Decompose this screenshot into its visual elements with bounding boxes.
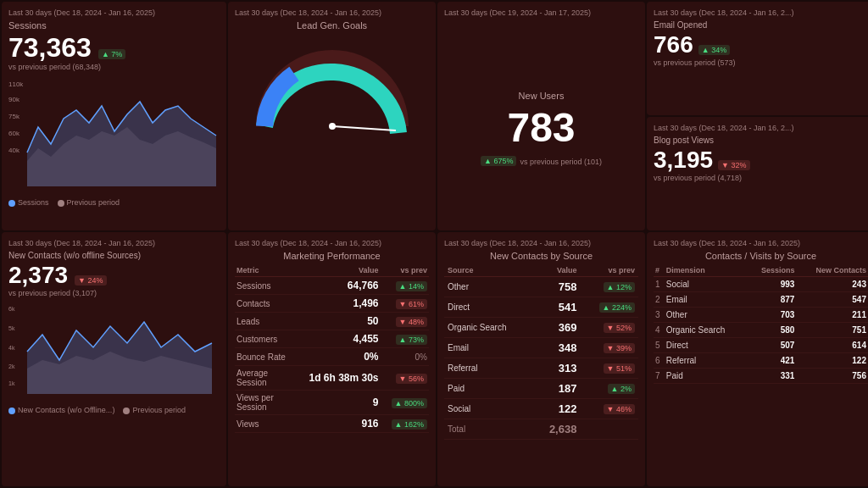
email-title: Email Opened (654, 20, 868, 30)
leadgen-period: Last 30 days (Dec 18, 2024 - Jan 16, 202… (235, 8, 429, 17)
cv-dim: Email (665, 292, 748, 308)
gauge-chart: 31 614.55% 3364 (235, 37, 429, 139)
mp-change: ▲ 14% (381, 277, 429, 295)
contacts-source-title: New Contacts by Source (444, 251, 638, 261)
mp-header-metric: Metric (235, 264, 290, 277)
svg-text:110k: 110k (8, 80, 24, 88)
new-contacts-legend: New Contacts (w/o Offline...) Previous p… (8, 406, 220, 414)
cv-sessions: 993 (748, 277, 797, 292)
blog-title: Blog post Views (654, 136, 868, 145)
sessions-legend: Sessions Previous period (8, 198, 220, 207)
new-contacts-change: ▼ 24% (75, 275, 106, 286)
table-row: Leads 50 ▼ 48% (235, 313, 429, 330)
cv-contacts: 211 (796, 308, 868, 323)
ncs-total-value: 2,638 (533, 419, 580, 440)
ncs-header-source: Source (444, 264, 533, 277)
leadgen-title: Lead Gen. Goals (235, 20, 429, 30)
sessions-chart: 110k 90k 75k 60k 40k (8, 76, 220, 195)
cv-contacts: 243 (796, 277, 868, 292)
table-row: Other 758 ▲ 12% (444, 277, 638, 297)
svg-text:1k: 1k (8, 380, 15, 386)
ncs-change: ▲ 224% (580, 297, 638, 318)
cv-contacts: 756 (796, 369, 868, 384)
svg-text:60k: 60k (8, 130, 20, 137)
svg-text:75k: 75k (8, 113, 20, 120)
mp-value: 9 (290, 391, 381, 415)
cv-contacts: 122 (796, 353, 868, 369)
sessions-card: Last 30 days (Dec 18, 2024 - Jan 16, 202… (2, 2, 226, 230)
mp-value: 50 (290, 313, 381, 330)
newusers-center: New Users 783 ▲ 675% vs previous period … (444, 20, 638, 230)
svg-text:6k: 6k (8, 306, 15, 312)
cv-dim: Referral (665, 353, 748, 369)
visits-period: Last 30 days (Dec 18, 2024 - Jan 16, 202… (654, 239, 868, 247)
ncs-change: ▼ 52% (580, 318, 638, 338)
table-row: Customers 4,455 ▲ 73% (235, 330, 429, 348)
cv-sessions: 331 (748, 369, 797, 384)
newusers-card: Last 30 days (Dec 19, 2024 - Jan 17, 202… (437, 2, 645, 230)
mp-metric: Views (235, 415, 290, 433)
blog-card: Last 30 days (Dec 18, 2024 - Jan 16, 2..… (647, 117, 868, 230)
table-row: Views per Session 9 ▲ 800% (235, 391, 429, 415)
mp-metric: Customers (235, 330, 290, 348)
table-row: 4 Organic Search 580 751 (654, 323, 868, 338)
cv-sessions: 877 (748, 292, 797, 308)
mp-metric: Views per Session (235, 391, 290, 415)
sessions-vs-prev: vs previous period (68,348) (8, 63, 220, 71)
cv-dim: Other (665, 308, 748, 323)
mp-value: 4,455 (290, 330, 381, 348)
svg-text:90k: 90k (8, 96, 20, 103)
mp-metric: Sessions (235, 277, 290, 295)
blog-vs-prev: vs previous period (4,718) (654, 174, 868, 182)
blog-value: 3,195 (654, 148, 713, 172)
newusers-period: Last 30 days (Dec 19, 2024 - Jan 17, 202… (444, 8, 638, 17)
table-row: Sessions 64,766 ▲ 14% (235, 277, 429, 295)
cv-contacts: 751 (796, 323, 868, 338)
ncs-change: ▼ 51% (580, 358, 638, 379)
ncs-source: Direct (444, 297, 533, 318)
blog-period: Last 30 days (Dec 18, 2024 - Jan 16, 2..… (654, 124, 868, 132)
ncs-source: Referral (444, 358, 533, 379)
cv-dim: Direct (665, 338, 748, 353)
emailblog-card: Last 30 days (Dec 18, 2024 - Jan 16, 2..… (647, 2, 868, 230)
email-period: Last 30 days (Dec 18, 2024 - Jan 16, 2..… (654, 8, 868, 17)
email-card: Last 30 days (Dec 18, 2024 - Jan 16, 2..… (647, 2, 868, 115)
svg-text:5k: 5k (8, 325, 15, 331)
mp-header-vs: vs prev (381, 264, 429, 277)
table-row: Organic Search 369 ▼ 52% (444, 318, 638, 338)
svg-text:2k: 2k (8, 363, 15, 369)
table-row: Contacts 1,496 ▼ 61% (235, 295, 429, 313)
ncs-source: Other (444, 277, 533, 297)
table-row: 1 Social 993 243 (654, 277, 868, 292)
mp-value: 0% (290, 348, 381, 366)
table-row: 5 Direct 507 614 (654, 338, 868, 353)
ncs-source: Organic Search (444, 318, 533, 338)
newusers-title: New Users (519, 91, 565, 101)
mp-metric: Leads (235, 313, 290, 330)
ncs-change: ▲ 2% (580, 379, 638, 399)
mp-metric: Contacts (235, 295, 290, 313)
table-row: Referral 313 ▼ 51% (444, 358, 638, 379)
visits-title: Contacts / Visits by Source (654, 251, 868, 261)
new-contacts-chart: 6k 5k 4k 2k 1k (8, 301, 220, 402)
ncs-source: Email (444, 338, 533, 358)
contacts-source-card: Last 30 days (Dec 18, 2024 - Jan 16, 202… (437, 232, 645, 486)
mp-metric: Average Session (235, 366, 290, 391)
cv-sessions: 580 (748, 323, 797, 338)
cv-header-sessions: Sessions (748, 264, 797, 277)
ncs-value: 313 (533, 358, 580, 379)
ncs-source: Paid (444, 379, 533, 399)
marketing-period: Last 30 days (Dec 18, 2024 - Jan 16, 202… (235, 239, 429, 247)
ncs-total-empty (580, 419, 638, 440)
ncs-total-label: Total (444, 419, 533, 440)
ncs-change: ▲ 12% (580, 277, 638, 297)
mp-change: ▼ 48% (381, 313, 429, 330)
ncs-value: 187 (533, 379, 580, 399)
sessions-value: 73,363 (8, 34, 92, 61)
cv-header-contacts: New Contacts (796, 264, 868, 277)
marketing-card: Last 30 days (Dec 18, 2024 - Jan 16, 202… (228, 232, 436, 486)
table-row: 7 Paid 331 756 (654, 369, 868, 384)
cv-header-num: # (654, 264, 665, 277)
blog-change: ▼ 32% (718, 160, 749, 170)
new-contacts-card: Last 30 days (Dec 18, 2024 - Jan 16, 202… (2, 232, 226, 486)
